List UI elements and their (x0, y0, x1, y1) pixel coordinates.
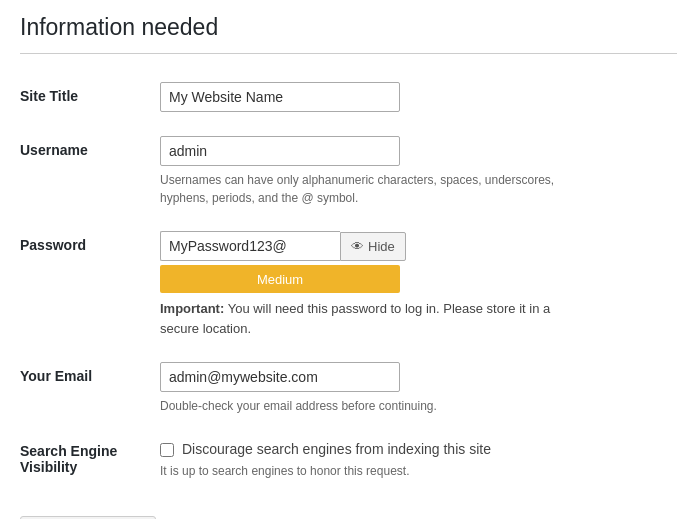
page-container: Information needed Site Title Username (0, 0, 697, 519)
search-engine-checkbox-label[interactable]: Discourage search engines from indexing … (182, 441, 491, 457)
form-table: Site Title Username Usernames can have o… (20, 74, 677, 496)
password-row: Password 👁︎ Hide Medium Important: (20, 223, 677, 354)
search-engine-row: Search Engine Visibility Discourage sear… (20, 431, 677, 496)
hide-btn-label: Hide (368, 239, 395, 254)
site-title-row: Site Title (20, 74, 677, 128)
email-row: Your Email Double-check your email addre… (20, 354, 677, 431)
hide-password-button[interactable]: 👁︎ Hide (340, 232, 406, 261)
search-engine-helper: It is up to search engines to honor this… (160, 462, 560, 480)
search-engine-checkbox[interactable] (160, 443, 174, 457)
site-title-input[interactable] (160, 82, 400, 112)
username-row: Username Usernames can have only alphanu… (20, 128, 677, 223)
password-strength-bar: Medium (160, 265, 400, 293)
email-label: Your Email (20, 368, 92, 384)
page-header: Information needed (20, 0, 677, 54)
password-input[interactable] (160, 231, 340, 261)
email-helper: Double-check your email address before c… (160, 397, 560, 415)
strength-label: Medium (257, 272, 303, 287)
search-engine-label: Search Engine Visibility (20, 443, 117, 475)
password-label: Password (20, 237, 86, 253)
email-input[interactable] (160, 362, 400, 392)
site-title-label: Site Title (20, 88, 78, 104)
eye-off-icon: 👁︎ (351, 239, 364, 254)
password-important: Important: You will need this password t… (160, 299, 580, 338)
username-input[interactable] (160, 136, 400, 166)
page-title: Information needed (20, 14, 677, 41)
password-wrapper: 👁︎ Hide (160, 231, 460, 261)
search-engine-checkbox-row: Discourage search engines from indexing … (160, 441, 677, 457)
username-label: Username (20, 142, 88, 158)
username-helper: Usernames can have only alphanumeric cha… (160, 171, 560, 207)
